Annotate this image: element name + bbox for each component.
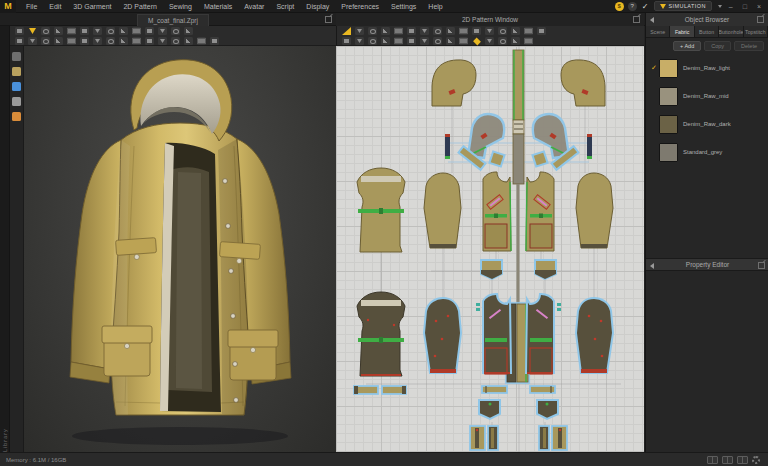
fabric-swatch[interactable] xyxy=(659,143,678,162)
tool-icon[interactable] xyxy=(119,37,128,45)
pattern-pieces-left-bottom[interactable] xyxy=(424,294,511,450)
menu-display[interactable]: Display xyxy=(300,0,335,13)
tool-icon[interactable] xyxy=(459,37,468,45)
add-fabric-button[interactable]: + Add xyxy=(673,41,701,51)
tool-icon[interactable] xyxy=(355,27,364,35)
tool-icon[interactable] xyxy=(420,27,429,35)
tool-icon[interactable] xyxy=(446,37,455,45)
pattern-pieces-left-top[interactable] xyxy=(424,60,511,279)
coin-icon[interactable]: $ xyxy=(615,2,624,11)
tool-icon[interactable] xyxy=(472,27,481,35)
fabric-list-item[interactable]: ✓ Denim_Raw_light xyxy=(646,54,768,82)
layout-3d-icon[interactable] xyxy=(722,456,733,464)
delete-fabric-button[interactable]: Delete xyxy=(734,41,764,51)
tool-icon[interactable] xyxy=(80,37,89,45)
tool-icon[interactable] xyxy=(394,27,403,35)
menu-settings[interactable]: Settings xyxy=(385,0,422,13)
tool-icon[interactable] xyxy=(524,37,533,45)
menu-help[interactable]: Help xyxy=(422,0,448,13)
account-icon[interactable]: ? xyxy=(628,2,637,11)
detach-3d-icon[interactable] xyxy=(325,16,332,23)
tool-icon[interactable] xyxy=(93,37,102,45)
tool-icon[interactable] xyxy=(145,37,154,45)
tool-icon[interactable] xyxy=(67,37,76,45)
menu-3d-garment[interactable]: 3D Garment xyxy=(67,0,117,13)
minimize-button[interactable]: – xyxy=(726,0,736,13)
tool-icon[interactable] xyxy=(80,27,89,35)
menu-sewing[interactable]: Sewing xyxy=(163,0,198,13)
tool-icon[interactable] xyxy=(368,37,377,45)
pattern-bottom-tabs[interactable] xyxy=(470,426,498,450)
app-logo[interactable]: M xyxy=(0,0,16,13)
tab-fabric[interactable]: Fabric xyxy=(670,26,694,37)
fabric-list-item[interactable]: Denim_Raw_dark xyxy=(646,110,768,138)
menu-preferences[interactable]: Preferences xyxy=(335,0,385,13)
hardware-icon[interactable] xyxy=(12,97,21,106)
menu-edit[interactable]: Edit xyxy=(43,0,67,13)
copy-fabric-button[interactable]: Copy xyxy=(704,41,731,51)
menu-avatar[interactable]: Avatar xyxy=(238,0,270,13)
project-tab[interactable]: M_coat_final.Zprj xyxy=(137,14,209,26)
tool-icon[interactable] xyxy=(342,37,351,45)
tool-icon[interactable] xyxy=(28,37,37,45)
layout-2d-icon[interactable] xyxy=(737,456,748,464)
tool-icon[interactable] xyxy=(54,37,63,45)
tool-icon[interactable] xyxy=(54,27,63,35)
tool-icon[interactable] xyxy=(184,27,193,35)
fabric-icon[interactable] xyxy=(12,82,21,91)
tool-icon[interactable] xyxy=(132,27,141,35)
tool-icon[interactable] xyxy=(485,27,494,35)
tool-icon[interactable] xyxy=(420,37,429,45)
tool-icon[interactable] xyxy=(355,37,364,45)
viewport-3d[interactable] xyxy=(24,46,336,452)
detach-2d-icon[interactable] xyxy=(633,16,640,23)
tool-icon[interactable] xyxy=(524,27,533,35)
simulation-button[interactable]: SIMULATION xyxy=(654,1,712,11)
tool-icon[interactable] xyxy=(537,27,546,35)
tool-icon[interactable] xyxy=(472,37,481,45)
menu-2d-pattern[interactable]: 2D Pattern xyxy=(117,0,162,13)
library-vertical-label[interactable]: Library xyxy=(2,40,8,452)
tool-icon[interactable] xyxy=(184,37,193,45)
tool-icon[interactable] xyxy=(158,37,167,45)
fabric-swatch[interactable] xyxy=(659,59,678,78)
tool-icon[interactable] xyxy=(511,27,520,35)
tool-icon[interactable] xyxy=(433,37,442,45)
folder-icon[interactable] xyxy=(12,67,21,76)
tab-buttonhole[interactable]: Buttonhole xyxy=(719,26,743,37)
tool-icon[interactable] xyxy=(433,27,442,35)
gear-icon[interactable] xyxy=(752,456,760,464)
menu-materials[interactable]: Materials xyxy=(198,0,238,13)
tool-icon[interactable] xyxy=(498,37,507,45)
tool-icon[interactable] xyxy=(511,37,520,45)
layout-split-icon[interactable] xyxy=(707,456,718,464)
menu-file[interactable]: File xyxy=(20,0,43,13)
tool-icon[interactable] xyxy=(93,27,102,35)
tab-button[interactable]: Button xyxy=(695,26,719,37)
menu-script[interactable]: Script xyxy=(270,0,300,13)
avatar-icon[interactable] xyxy=(12,112,21,121)
tool-icon[interactable] xyxy=(132,37,141,45)
tool-icon[interactable] xyxy=(106,37,115,45)
tool-icon[interactable] xyxy=(171,37,180,45)
garment-icon[interactable] xyxy=(12,52,21,61)
tool-icon[interactable] xyxy=(15,27,24,35)
fabric-swatch[interactable] xyxy=(659,87,678,106)
tool-icon[interactable] xyxy=(41,37,50,45)
tool-icon[interactable] xyxy=(446,27,455,35)
tool-icon[interactable] xyxy=(41,27,50,35)
tool-icon[interactable] xyxy=(145,27,154,35)
maximize-button[interactable]: □ xyxy=(740,0,750,13)
fabric-list-item[interactable]: Denim_Raw_mid xyxy=(646,82,768,110)
tool-icon[interactable] xyxy=(106,27,115,35)
tool-icon[interactable] xyxy=(407,37,416,45)
tool-icon[interactable] xyxy=(381,37,390,45)
tool-icon[interactable] xyxy=(407,27,416,35)
collapse-panel-icon[interactable] xyxy=(650,17,654,23)
tool-icon[interactable] xyxy=(485,37,494,45)
simulation-dropdown-icon[interactable] xyxy=(718,5,722,8)
tool-icon[interactable] xyxy=(210,37,219,45)
fabric-list-item[interactable]: Standard_grey xyxy=(646,138,768,166)
pattern-back-panel-lining[interactable] xyxy=(354,292,406,394)
tool-icon[interactable] xyxy=(67,27,76,35)
